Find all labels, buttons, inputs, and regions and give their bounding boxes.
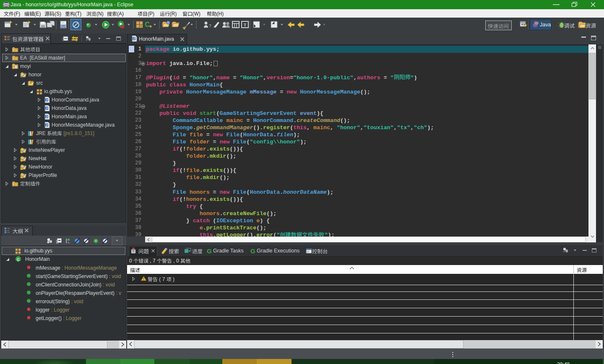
svg-text:J: J [46,107,48,110]
svg-text:?: ? [21,159,22,161]
svg-text:J: J [46,98,48,102]
svg-text:G: G [250,247,255,254]
svg-text:C: C [17,257,20,262]
svg-text:?: ? [21,151,22,153]
svg-text:J: J [46,115,48,119]
svg-text:J: J [46,123,48,127]
svg-text:J: J [133,37,135,41]
svg-text:?: ? [21,176,22,178]
svg-text:?: ? [21,167,22,170]
svg-text:010: 010 [61,25,66,28]
svg-text:J: J [25,72,26,75]
svg-text:G: G [207,247,212,254]
